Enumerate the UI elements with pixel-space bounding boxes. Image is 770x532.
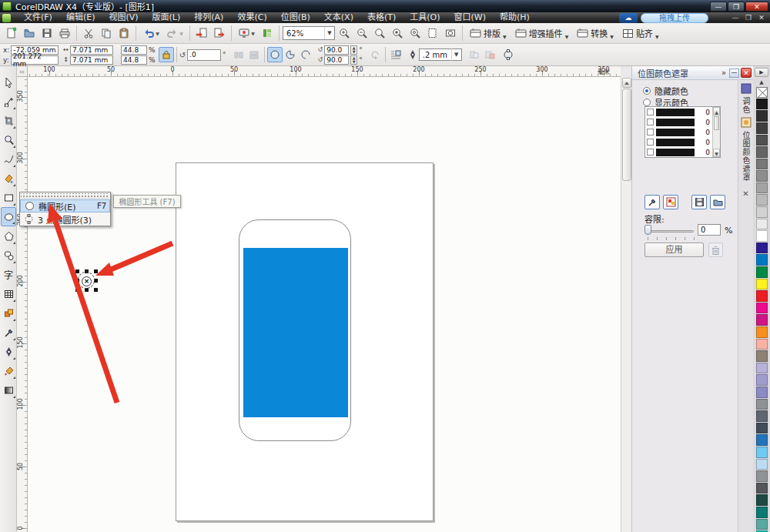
menu-item[interactable]: 文件(F) (17, 12, 59, 23)
color-swatch[interactable] (756, 507, 768, 518)
color-swatch[interactable] (756, 243, 768, 254)
color-swatch[interactable] (756, 374, 768, 386)
scroll-up-icon[interactable] (622, 78, 631, 88)
zoom-out-button[interactable] (353, 25, 370, 42)
color-swatch[interactable] (756, 279, 768, 290)
color-swatch[interactable] (756, 423, 768, 434)
eyedropper-tool[interactable] (1, 323, 16, 342)
bitmap-mask-docker-icon[interactable] (741, 117, 752, 128)
mask-checkbox[interactable] (647, 149, 654, 156)
copy-properties-button[interactable] (467, 47, 482, 62)
basic-shapes-tool[interactable] (1, 246, 16, 265)
rectangle-tool[interactable] (1, 188, 16, 207)
outline-width-combo[interactable]: .2 mm▼ (419, 49, 462, 61)
mask-row[interactable]: 0 (645, 137, 712, 147)
ruler-origin[interactable]: ⚏ (17, 66, 28, 77)
scale-y-input[interactable]: 44.8 (121, 55, 147, 65)
tolerance-slider-thumb[interactable] (644, 225, 651, 235)
start-angle-input[interactable]: 90.0 (324, 45, 349, 55)
mask-checkbox[interactable] (647, 139, 654, 146)
end-angle-spinner[interactable]: ▲▼ (350, 55, 357, 65)
snap-button[interactable]: 贴齐▼ (618, 25, 663, 41)
cut-button[interactable] (80, 25, 97, 42)
color-swatch[interactable] (756, 194, 768, 206)
zoom-all-button[interactable] (407, 25, 424, 42)
table-tool[interactable] (1, 284, 16, 303)
menu-item[interactable]: 帮助(H) (493, 12, 537, 23)
color-swatch[interactable] (756, 399, 768, 410)
y-position-input[interactable]: 201.272 mm (11, 55, 59, 65)
color-swatch[interactable] (756, 326, 768, 338)
maximize-button[interactable]: ❐ (728, 2, 745, 12)
menu-item[interactable]: 编辑(E) (59, 12, 102, 23)
redo-button[interactable]: ▼ (163, 25, 186, 42)
color-swatch[interactable] (756, 219, 768, 230)
save-mask-button[interactable] (691, 195, 707, 209)
color-swatch[interactable] (756, 339, 768, 350)
doc-close-button[interactable]: ✕ (756, 14, 767, 22)
color-swatch[interactable] (756, 230, 768, 242)
color-swatch[interactable] (756, 146, 768, 158)
start-angle-spinner[interactable]: ▲▼ (350, 45, 357, 55)
color-swatch[interactable] (756, 363, 768, 374)
save-button[interactable] (38, 25, 55, 42)
color-picker-button[interactable] (644, 195, 660, 209)
mask-checkbox[interactable] (647, 109, 654, 115)
color-swatch[interactable] (756, 206, 768, 218)
zoom-tool[interactable] (1, 130, 16, 149)
mask-color-swatch[interactable] (656, 139, 695, 146)
palette-docker-tab[interactable]: 调色 (740, 97, 752, 114)
color-swatch[interactable] (756, 459, 768, 470)
end-angle-input[interactable]: 90.0 (324, 55, 349, 65)
menu-item[interactable]: 工具(O) (403, 12, 447, 23)
color-swatch[interactable] (756, 170, 768, 182)
color-swatch[interactable] (756, 182, 768, 194)
menu-item[interactable]: 表格(T) (360, 12, 403, 23)
smart-fill-tool[interactable] (1, 169, 16, 188)
mirror-vertical-button[interactable] (246, 47, 262, 62)
welcome-screen-button[interactable] (259, 25, 276, 42)
color-swatch[interactable] (756, 122, 768, 134)
flyout-drag-grip[interactable] (21, 193, 109, 199)
pie-mode-button[interactable] (283, 47, 298, 62)
drag-upload-button[interactable]: 拖拽上传 (641, 13, 708, 23)
new-document-button[interactable] (3, 25, 20, 42)
plugins-button[interactable]: 增强插件▼ (511, 25, 573, 41)
menu-item[interactable]: 窗口(W) (447, 12, 493, 23)
mask-row[interactable]: 0 (645, 107, 712, 117)
delete-properties-button[interactable] (482, 47, 497, 62)
undo-button[interactable]: ▼ (139, 25, 162, 42)
mask-checkbox[interactable] (647, 129, 654, 136)
export-button[interactable] (211, 25, 228, 42)
text-tool[interactable]: 字 (1, 265, 16, 284)
application-launcher-button[interactable]: ▼ (235, 25, 258, 42)
color-swatch[interactable] (756, 159, 768, 170)
copy-button[interactable] (98, 25, 115, 42)
color-swatch[interactable] (756, 135, 768, 146)
mask-color-swatch[interactable] (656, 129, 695, 136)
tolerance-slider-track[interactable] (646, 230, 694, 233)
color-swatch[interactable] (756, 386, 768, 398)
color-swatch[interactable] (756, 483, 768, 494)
freehand-tool[interactable] (1, 149, 16, 169)
zoom-level-combo[interactable]: 62% ▼ (283, 26, 335, 40)
color-swatch[interactable] (756, 494, 768, 506)
upload-plugin-icon[interactable]: ☁ (619, 13, 638, 23)
tolerance-input[interactable]: 0 (698, 224, 721, 236)
lock-ratio-button[interactable] (159, 47, 174, 62)
color-swatch[interactable] (756, 290, 768, 302)
zoom-selected-button[interactable] (389, 25, 406, 42)
doc-minimize-button[interactable]: — (730, 14, 741, 22)
menu-item[interactable]: 排列(A) (187, 12, 230, 23)
color-swatch[interactable] (756, 99, 768, 110)
ellipse-mode-button[interactable] (267, 47, 283, 62)
docker-group-close-button[interactable]: ✕ (742, 189, 748, 198)
color-swatch[interactable] (756, 447, 768, 458)
menu-item[interactable]: 位图(B) (274, 12, 317, 23)
color-swatch[interactable] (756, 254, 768, 266)
polygon-tool[interactable] (1, 226, 16, 246)
menu-item[interactable]: 版面(L) (146, 12, 188, 23)
canvas-vertical-scrollbar[interactable] (621, 77, 631, 532)
apply-button[interactable]: 应用 (644, 243, 704, 257)
menu-item[interactable]: 视图(V) (102, 12, 145, 23)
